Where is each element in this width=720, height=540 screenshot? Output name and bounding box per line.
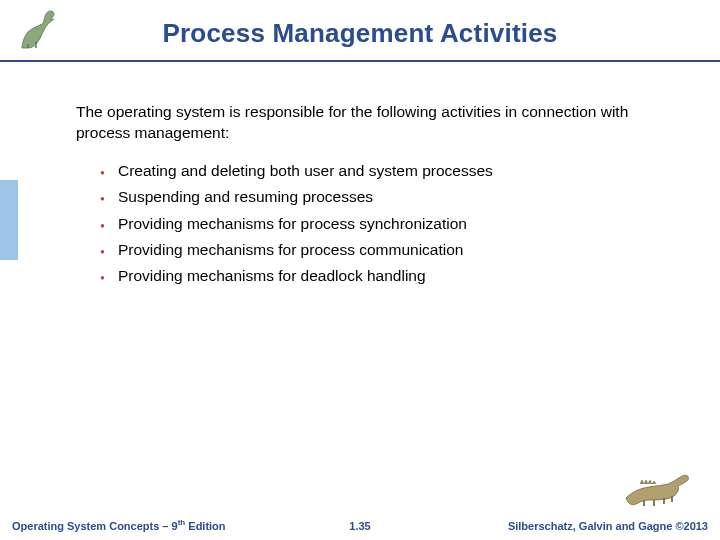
footer-edition-suffix: Edition [185,520,225,532]
list-item: Suspending and resuming processes [118,184,670,210]
dinosaur-top-icon [14,6,70,52]
sidebar-accent [0,180,18,260]
intro-paragraph: The operating system is responsible for … [76,102,670,144]
footer-page-number: 1.35 [349,520,370,532]
slide-title: Process Management Activities [0,0,720,49]
list-item: Providing mechanisms for process communi… [118,237,670,263]
footer-book-title: Operating System Concepts – 9 [12,520,178,532]
list-item: Providing mechanisms for deadlock handli… [118,263,670,289]
slide-footer: Operating System Concepts – 9th Edition … [0,512,720,540]
footer-left: Operating System Concepts – 9th Edition [12,518,226,532]
bullet-list: Creating and deleting both user and syst… [118,158,670,290]
footer-copyright: Silberschatz, Galvin and Gagne ©2013 [508,520,708,532]
dinosaur-bottom-icon [620,462,698,510]
list-item: Creating and deleting both user and syst… [118,158,670,184]
slide-header: Process Management Activities [0,0,720,62]
list-item: Providing mechanisms for process synchro… [118,211,670,237]
slide: Process Management Activities The operat… [0,0,720,540]
